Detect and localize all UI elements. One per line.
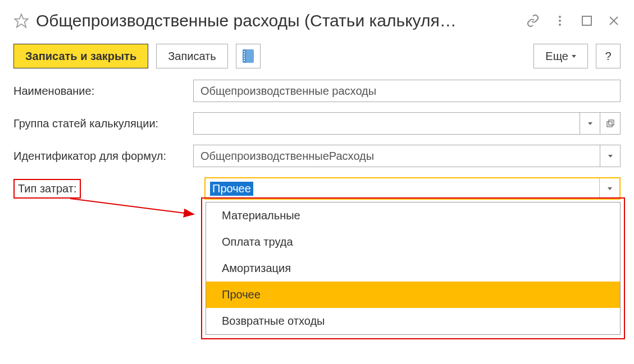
group-dropdown-button[interactable] [580,113,600,134]
chevron-down-icon [608,155,613,158]
header-actions [526,14,621,27]
form-row-name: Наименование: [13,80,621,102]
costtype-control[interactable]: Прочее [204,177,621,200]
group-control [193,112,621,135]
notebook-button[interactable] [236,44,261,68]
costtype-label: Тип затрат: [18,182,76,195]
annotation-arrow [70,196,199,219]
form-row-group: Группа статей калькуляции: [13,112,621,135]
close-icon[interactable] [607,14,621,27]
save-and-close-button[interactable]: Записать и закрыть [13,44,148,68]
name-control [193,80,621,102]
identifier-label: Идентификатор для формул: [13,150,193,163]
identifier-control [193,145,621,167]
name-input[interactable] [194,80,620,102]
save-button[interactable]: Записать [156,44,227,68]
svg-rect-7 [607,122,612,127]
group-label: Группа статей калькуляции: [13,117,193,130]
dropdown-item[interactable]: Возвратные отходы [206,308,620,334]
group-input[interactable] [194,113,580,134]
form-row-identifier: Идентификатор для формул: [13,145,621,167]
dropdown-item[interactable]: Прочее [206,282,620,308]
notebook-icon [243,49,254,63]
svg-marker-0 [15,14,28,27]
svg-rect-4 [582,16,591,25]
svg-point-1 [559,16,561,18]
header: Общепроизводственные расходы (Статьи кал… [13,11,621,30]
costtype-label-highlight: Тип затрат: [13,179,81,199]
chevron-down-icon [588,122,592,125]
costtype-value: Прочее [210,182,253,196]
open-external-icon [606,119,615,128]
maximize-icon[interactable] [580,14,594,27]
page-title: Общепроизводственные расходы (Статьи кал… [36,11,519,30]
dropdown-item[interactable]: Оплата труда [206,229,620,255]
costtype-dropdown: МатериальныеОплата трудаАмортизацияПроче… [206,202,621,335]
costtype-dropdown-wrapper: МатериальныеОплата трудаАмортизацияПроче… [206,202,621,335]
more-button[interactable]: Еще [533,44,588,68]
group-open-button[interactable] [600,113,620,134]
identifier-input[interactable] [194,145,600,167]
chevron-down-icon [608,187,612,190]
dropdown-item[interactable]: Материальные [206,202,620,229]
favorite-star-icon[interactable] [13,13,29,29]
kebab-menu-icon[interactable] [553,14,567,27]
svg-line-10 [70,199,194,214]
svg-point-2 [559,20,561,22]
toolbar: Записать и закрыть Записать Еще ? [13,44,621,68]
help-button[interactable]: ? [596,44,621,68]
name-label: Наименование: [13,85,193,98]
form-row-costtype: Тип затрат: Прочее [13,177,621,200]
link-icon[interactable] [526,14,540,27]
dropdown-item[interactable]: Амортизация [206,255,620,282]
svg-point-3 [559,24,561,26]
svg-rect-8 [609,120,614,125]
identifier-dropdown-button[interactable] [600,145,620,167]
costtype-dropdown-button[interactable] [599,178,619,199]
